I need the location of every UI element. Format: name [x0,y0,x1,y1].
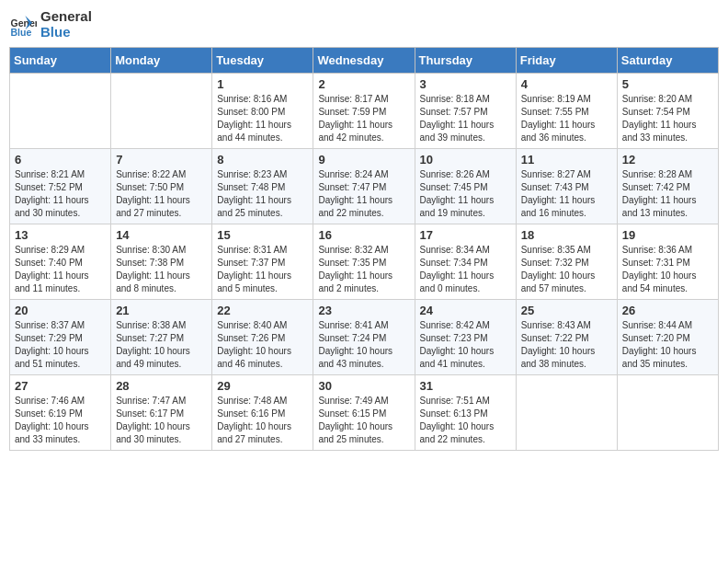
calendar-cell: 21Sunrise: 8:38 AM Sunset: 7:27 PM Dayli… [111,300,212,375]
day-info: Sunrise: 8:31 AM Sunset: 7:37 PM Dayligh… [217,244,308,295]
day-number: 23 [318,304,409,317]
day-info: Sunrise: 8:40 AM Sunset: 7:26 PM Dayligh… [217,319,308,371]
calendar-cell: 8Sunrise: 8:23 AM Sunset: 7:48 PM Daylig… [212,149,313,224]
day-info: Sunrise: 8:22 AM Sunset: 7:50 PM Dayligh… [116,168,207,220]
day-header-thursday: Thursday [415,48,516,74]
day-info: Sunrise: 8:18 AM Sunset: 7:57 PM Dayligh… [420,93,511,144]
day-info: Sunrise: 8:26 AM Sunset: 7:45 PM Dayligh… [420,168,511,220]
calendar-header-row: SundayMondayTuesdayWednesdayThursdayFrid… [10,48,719,74]
calendar-cell: 27Sunrise: 7:46 AM Sunset: 6:19 PM Dayli… [10,375,111,451]
day-number: 17 [420,228,511,242]
day-number: 18 [521,228,612,242]
day-header-sunday: Sunday [10,48,111,74]
day-number: 4 [521,77,612,91]
day-info: Sunrise: 8:30 AM Sunset: 7:38 PM Dayligh… [116,244,207,295]
calendar-cell: 7Sunrise: 8:22 AM Sunset: 7:50 PM Daylig… [111,149,212,224]
logo: General Blue General Blue [9,9,92,40]
day-number: 27 [15,379,106,393]
day-number: 15 [217,228,308,242]
calendar-cell: 26Sunrise: 8:44 AM Sunset: 7:20 PM Dayli… [617,300,718,375]
calendar-cell: 18Sunrise: 8:35 AM Sunset: 7:32 PM Dayli… [516,224,617,300]
day-info: Sunrise: 8:17 AM Sunset: 7:59 PM Dayligh… [318,93,409,144]
day-number: 31 [420,379,511,393]
day-header-tuesday: Tuesday [212,48,313,74]
day-number: 26 [622,304,713,317]
calendar-cell: 15Sunrise: 8:31 AM Sunset: 7:37 PM Dayli… [212,224,313,300]
calendar-cell [111,74,212,149]
calendar-cell: 25Sunrise: 8:43 AM Sunset: 7:22 PM Dayli… [516,300,617,375]
calendar-cell [617,375,718,451]
calendar-cell: 19Sunrise: 8:36 AM Sunset: 7:31 PM Dayli… [617,224,718,300]
calendar-cell: 29Sunrise: 7:48 AM Sunset: 6:16 PM Dayli… [212,375,313,451]
day-number: 20 [15,304,106,317]
calendar-week-4: 20Sunrise: 8:37 AM Sunset: 7:29 PM Dayli… [10,300,719,375]
page-header: General Blue General Blue [9,9,719,40]
day-info: Sunrise: 7:49 AM Sunset: 6:15 PM Dayligh… [318,395,409,446]
calendar-cell: 22Sunrise: 8:40 AM Sunset: 7:26 PM Dayli… [212,300,313,375]
day-number: 11 [521,153,612,167]
day-info: Sunrise: 8:20 AM Sunset: 7:54 PM Dayligh… [622,93,713,144]
logo-icon: General Blue [9,11,37,39]
day-number: 22 [217,304,308,317]
day-number: 2 [318,77,409,91]
day-number: 19 [622,228,713,242]
day-info: Sunrise: 8:41 AM Sunset: 7:24 PM Dayligh… [318,319,409,371]
calendar-cell: 20Sunrise: 8:37 AM Sunset: 7:29 PM Dayli… [10,300,111,375]
day-number: 6 [15,153,106,167]
calendar-cell: 9Sunrise: 8:24 AM Sunset: 7:47 PM Daylig… [313,149,415,224]
day-info: Sunrise: 8:29 AM Sunset: 7:40 PM Dayligh… [15,244,106,295]
calendar-cell: 13Sunrise: 8:29 AM Sunset: 7:40 PM Dayli… [10,224,111,300]
calendar-cell: 6Sunrise: 8:21 AM Sunset: 7:52 PM Daylig… [10,149,111,224]
day-number: 16 [318,228,409,242]
day-info: Sunrise: 8:32 AM Sunset: 7:35 PM Dayligh… [318,244,409,295]
day-header-friday: Friday [516,48,617,74]
calendar-cell: 2Sunrise: 8:17 AM Sunset: 7:59 PM Daylig… [313,74,415,149]
day-number: 10 [420,153,511,167]
day-number: 24 [420,304,511,317]
logo-blue: Blue [40,25,92,40]
calendar-cell: 28Sunrise: 7:47 AM Sunset: 6:17 PM Dayli… [111,375,212,451]
day-info: Sunrise: 8:36 AM Sunset: 7:31 PM Dayligh… [622,244,713,295]
day-number: 3 [420,77,511,91]
day-info: Sunrise: 8:21 AM Sunset: 7:52 PM Dayligh… [15,168,106,220]
calendar-cell [10,74,111,149]
calendar-week-2: 6Sunrise: 8:21 AM Sunset: 7:52 PM Daylig… [10,149,719,224]
calendar-week-5: 27Sunrise: 7:46 AM Sunset: 6:19 PM Dayli… [10,375,719,451]
calendar-cell: 31Sunrise: 7:51 AM Sunset: 6:13 PM Dayli… [415,375,516,451]
day-header-wednesday: Wednesday [313,48,415,74]
calendar-cell: 10Sunrise: 8:26 AM Sunset: 7:45 PM Dayli… [415,149,516,224]
day-info: Sunrise: 8:24 AM Sunset: 7:47 PM Dayligh… [318,168,409,220]
day-info: Sunrise: 8:44 AM Sunset: 7:20 PM Dayligh… [622,319,713,371]
day-number: 12 [622,153,713,167]
day-header-saturday: Saturday [617,48,718,74]
logo-general: General [40,9,92,25]
day-number: 14 [116,228,207,242]
calendar-cell: 30Sunrise: 7:49 AM Sunset: 6:15 PM Dayli… [313,375,415,451]
calendar-cell: 4Sunrise: 8:19 AM Sunset: 7:55 PM Daylig… [516,74,617,149]
day-number: 8 [217,153,308,167]
day-info: Sunrise: 8:27 AM Sunset: 7:43 PM Dayligh… [521,168,612,220]
day-number: 5 [622,77,713,91]
day-header-monday: Monday [111,48,212,74]
day-info: Sunrise: 7:46 AM Sunset: 6:19 PM Dayligh… [15,395,106,446]
calendar-cell: 5Sunrise: 8:20 AM Sunset: 7:54 PM Daylig… [617,74,718,149]
day-number: 21 [116,304,207,317]
day-info: Sunrise: 8:28 AM Sunset: 7:42 PM Dayligh… [622,168,713,220]
day-info: Sunrise: 8:16 AM Sunset: 8:00 PM Dayligh… [217,93,308,144]
calendar-body: 1Sunrise: 8:16 AM Sunset: 8:00 PM Daylig… [10,74,719,451]
day-info: Sunrise: 8:34 AM Sunset: 7:34 PM Dayligh… [420,244,511,295]
calendar-week-1: 1Sunrise: 8:16 AM Sunset: 8:00 PM Daylig… [10,74,719,149]
day-number: 29 [217,379,308,393]
calendar-cell: 11Sunrise: 8:27 AM Sunset: 7:43 PM Dayli… [516,149,617,224]
day-info: Sunrise: 7:51 AM Sunset: 6:13 PM Dayligh… [420,395,511,446]
calendar-cell: 12Sunrise: 8:28 AM Sunset: 7:42 PM Dayli… [617,149,718,224]
calendar-cell: 14Sunrise: 8:30 AM Sunset: 7:38 PM Dayli… [111,224,212,300]
day-info: Sunrise: 8:37 AM Sunset: 7:29 PM Dayligh… [15,319,106,371]
calendar-cell: 16Sunrise: 8:32 AM Sunset: 7:35 PM Dayli… [313,224,415,300]
day-info: Sunrise: 8:43 AM Sunset: 7:22 PM Dayligh… [521,319,612,371]
day-number: 25 [521,304,612,317]
day-number: 30 [318,379,409,393]
day-info: Sunrise: 8:42 AM Sunset: 7:23 PM Dayligh… [420,319,511,371]
calendar-cell: 3Sunrise: 8:18 AM Sunset: 7:57 PM Daylig… [415,74,516,149]
day-info: Sunrise: 8:23 AM Sunset: 7:48 PM Dayligh… [217,168,308,220]
